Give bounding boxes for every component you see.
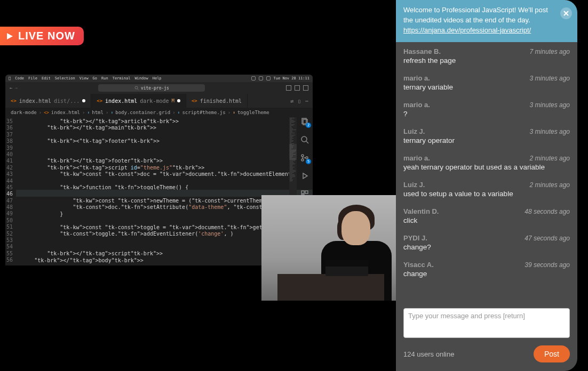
more-icon[interactable]: ⋯ <box>305 98 308 104</box>
msg-time: 3 minutes ago <box>530 75 570 82</box>
split-icon[interactable]: ▯ <box>298 98 301 104</box>
msg-body: used to setup a value to a variable <box>403 190 570 198</box>
post-button[interactable]: Post <box>534 345 570 362</box>
banner-link[interactable]: https://anjana.dev/professional-javascri… <box>403 26 531 34</box>
msg-body: change? <box>403 243 570 251</box>
tab-label: index.html <box>19 98 51 104</box>
files-badge: 2 <box>306 123 311 128</box>
svg-point-5 <box>301 136 307 142</box>
close-icon[interactable] <box>560 7 572 19</box>
live-badge-text: LIVE NOW <box>18 30 75 42</box>
msg-body: ternary operator <box>403 136 570 144</box>
bc-seg[interactable]: toggleTheme <box>237 110 269 115</box>
menu-window[interactable]: Window <box>134 76 148 80</box>
menu-selection[interactable]: Selection <box>55 76 75 80</box>
chat-message: Luiz J.2 minutes agoused to setup a valu… <box>403 176 570 203</box>
menu-run[interactable]: Run <box>101 76 108 80</box>
menu-terminal[interactable]: Terminal <box>113 76 131 80</box>
tab-suffix: dark-mode <box>140 98 169 104</box>
layout-icon[interactable] <box>286 85 291 91</box>
tab-suffix: dist/... <box>54 98 80 104</box>
msg-body: ? <box>403 110 570 118</box>
menu-go[interactable]: Go <box>93 76 97 80</box>
search-icon[interactable] <box>300 135 309 144</box>
html-icon: <> <box>192 98 197 103</box>
msg-author: Luiz J. <box>403 181 425 189</box>
menu-code[interactable]: Code <box>15 76 24 80</box>
chat-message: Hassane B.7 minutes agorefresh the page <box>403 43 570 70</box>
chat-message: Yisacc A.39 seconds agochange <box>403 256 570 283</box>
compare-icon[interactable]: ⇄ <box>290 98 293 104</box>
msg-author: Valentin D. <box>403 207 439 215</box>
welcome-banner: Welcome to Professional JavaScript! We'l… <box>396 0 577 42</box>
menu-edit[interactable]: Edit <box>42 76 51 80</box>
svg-marker-10 <box>303 173 307 179</box>
tab-finished[interactable]: <> finished.html <box>186 94 248 108</box>
status-icon <box>251 76 256 80</box>
editor-tabs: <> index.html dist/... <> index.html dar… <box>5 94 313 108</box>
layout-icon[interactable] <box>295 85 300 91</box>
chat-message: Valentin D.48 seconds agoclick <box>403 203 570 230</box>
bc-seg[interactable]: index.html <box>51 110 80 115</box>
svg-rect-11 <box>301 191 304 193</box>
bc-seg[interactable]: dark-mode <box>11 110 37 115</box>
play-icon <box>5 32 14 41</box>
scm-icon[interactable]: 5 <box>300 154 309 162</box>
msg-time: 3 minutes ago <box>530 128 570 135</box>
menu-view[interactable]: View <box>80 76 89 80</box>
msg-body: click <box>403 216 570 224</box>
nav-fwd-icon[interactable]: → <box>14 85 17 91</box>
search-text: vite-pro-js <box>141 86 169 91</box>
modified-dot-icon <box>82 99 85 102</box>
chat-messages[interactable]: Hassane B.7 minutes agorefresh the pagem… <box>396 42 577 304</box>
msg-body: refresh the page <box>403 57 570 64</box>
message-input[interactable] <box>403 308 570 338</box>
msg-time: 2 minutes ago <box>530 155 570 162</box>
bc-seg[interactable]: script#theme.js <box>182 110 225 115</box>
layout-icon[interactable] <box>303 85 308 91</box>
breadcrumb[interactable]: dark-mode› <>index.html› ⬍html› ⬍body.co… <box>5 108 313 117</box>
files-icon[interactable]: 2 <box>300 117 309 126</box>
users-online: 124 users online <box>403 350 454 358</box>
apple-icon:  <box>9 76 11 80</box>
modified-dot-icon <box>177 99 180 102</box>
chat-message: Luiz J.3 minutes agoternary operator <box>403 123 570 150</box>
live-badge: LIVE NOW <box>0 27 84 45</box>
video-stage: LIVE NOW  Code File Edit Selection View… <box>0 0 396 371</box>
svg-point-8 <box>301 159 304 161</box>
bc-seg[interactable]: html <box>92 110 104 115</box>
menu-help[interactable]: Help <box>153 76 162 80</box>
tab-index-dist[interactable]: <> index.html dist/... <box>5 94 91 108</box>
status-icon <box>259 76 263 80</box>
editor-titlebar: ← → vite-pro-js <box>5 82 313 94</box>
msg-time: 7 minutes ago <box>530 48 570 55</box>
msg-time: 2 minutes ago <box>530 181 570 189</box>
menu-file[interactable]: File <box>28 76 37 80</box>
mac-menubar:  Code File Edit Selection View Go Run T… <box>5 75 313 82</box>
chat-message: mario a.3 minutes agoternary variable <box>403 70 570 96</box>
tab-index-darkmode[interactable]: <> index.html dark-mode M <box>91 94 186 108</box>
svg-marker-0 <box>7 33 13 39</box>
msg-author: Yisacc A. <box>403 261 434 269</box>
msg-author: mario a. <box>403 154 430 162</box>
compose-area: 124 users online Post <box>396 304 577 371</box>
tab-label: index.html <box>105 98 137 104</box>
chat-panel: Welcome to Professional JavaScript! We'l… <box>396 0 577 371</box>
svg-point-7 <box>301 155 304 157</box>
banner-text: Welcome to Professional JavaScript! We'l… <box>403 6 548 24</box>
debug-icon[interactable] <box>300 172 309 180</box>
msg-time: 39 seconds ago <box>525 261 570 269</box>
command-search[interactable]: vite-pro-js <box>98 84 205 92</box>
svg-point-1 <box>135 86 138 89</box>
activity-bar: 2 5 <box>297 117 313 198</box>
modified-badge: M <box>171 98 174 103</box>
msg-author: Hassane B. <box>403 47 441 55</box>
chat-message: mario a.3 minutes ago? <box>403 96 570 123</box>
chat-message: mario a.2 minutes agoyeah ternary operat… <box>403 150 570 176</box>
nav-back-icon[interactable]: ← <box>10 85 12 91</box>
bc-seg[interactable]: body.container.grid <box>115 110 170 115</box>
msg-time: 3 minutes ago <box>530 101 570 109</box>
svg-line-6 <box>306 141 308 143</box>
msg-author: mario a. <box>403 101 430 109</box>
msg-time: 48 seconds ago <box>525 208 570 215</box>
